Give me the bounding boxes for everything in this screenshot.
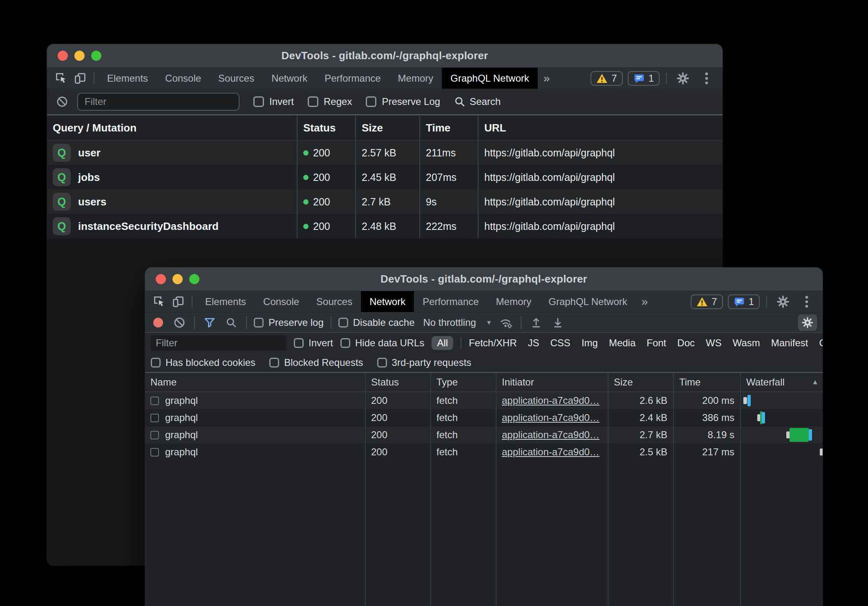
tab-elements[interactable]: Elements (98, 68, 157, 89)
tab-performance[interactable]: Performance (414, 291, 487, 312)
type-filter-font[interactable]: Font (647, 337, 666, 349)
import-har-icon[interactable] (528, 317, 544, 328)
minimize-window-button[interactable] (74, 51, 85, 61)
column-header-type[interactable]: Type (431, 373, 497, 392)
device-toolbar-icon[interactable] (71, 68, 89, 89)
regex-checkbox[interactable] (308, 96, 318, 107)
row-checkbox[interactable] (150, 414, 159, 422)
table-row[interactable]: QinstanceSecurityDashboard 200 2.48 kB 2… (47, 214, 723, 238)
hide-data-urls-checkbox-group[interactable]: Hide data URLs (340, 337, 424, 349)
table-row[interactable]: graphql 200 fetch application-a7ca9d0… 2… (145, 392, 823, 409)
has-blocked-cookies-checkbox-group[interactable]: Has blocked cookies (151, 357, 255, 368)
preserve-log-checkbox-group[interactable]: Preserve log (254, 317, 324, 328)
preserve-log-checkbox[interactable] (254, 318, 264, 328)
network-settings-button[interactable] (798, 314, 817, 331)
column-header-name[interactable]: Name (145, 373, 366, 392)
table-row[interactable]: Qusers 200 2.7 kB 9s https://gitlab.com/… (47, 189, 723, 214)
column-header-initiator[interactable]: Initiator (497, 373, 608, 392)
export-har-icon[interactable] (550, 317, 566, 328)
preserve-log-checkbox-group[interactable]: Preserve Log (366, 96, 440, 107)
device-toolbar-icon[interactable] (169, 291, 188, 312)
initiator-link[interactable]: application-a7ca9d0… (502, 395, 600, 406)
close-window-button[interactable] (156, 274, 166, 284)
third-party-requests-checkbox-group[interactable]: 3rd-party requests (377, 357, 472, 368)
invert-checkbox-group[interactable]: Invert (294, 337, 333, 349)
minimize-window-button[interactable] (172, 274, 183, 284)
table-row[interactable]: graphql 200 fetch application-a7ca9d0… 2… (145, 409, 823, 426)
tab-memory[interactable]: Memory (389, 68, 442, 89)
disable-cache-checkbox[interactable] (338, 318, 348, 328)
record-network-log-button[interactable] (153, 318, 163, 328)
warnings-badge[interactable]: 7 (691, 294, 723, 309)
has-blocked-cookies-checkbox[interactable] (151, 358, 161, 368)
clear-network-log-icon[interactable] (172, 316, 187, 329)
type-filter-img[interactable]: Img (582, 337, 598, 349)
type-filter-js[interactable]: JS (528, 337, 539, 349)
column-header-url[interactable]: URL (479, 116, 723, 140)
window-titlebar[interactable]: DevTools - gitlab.com/-/graphql-explorer (145, 267, 823, 291)
type-filter-css[interactable]: CSS (550, 337, 570, 349)
invert-checkbox-group[interactable]: Invert (253, 96, 294, 107)
type-filter-fetch-xhr[interactable]: Fetch/XHR (469, 337, 517, 349)
settings-gear-icon[interactable] (673, 72, 692, 85)
preserve-log-checkbox[interactable] (366, 96, 376, 107)
tab-sources[interactable]: Sources (308, 291, 361, 312)
tab-elements[interactable]: Elements (197, 291, 255, 312)
search-button[interactable]: Search (454, 96, 501, 107)
type-filter-all[interactable]: All (432, 336, 453, 350)
kebab-menu-icon[interactable] (697, 72, 716, 85)
warnings-badge[interactable]: 7 (591, 71, 622, 86)
throttling-dropdown[interactable]: No throttling ▼ (423, 317, 492, 328)
column-header-status[interactable]: Status (366, 373, 431, 392)
hide-data-urls-checkbox[interactable] (340, 338, 350, 348)
invert-checkbox[interactable] (294, 338, 304, 348)
tab-memory[interactable]: Memory (488, 291, 540, 312)
tab-graphql-network[interactable]: GraphQL Network (442, 68, 538, 89)
third-party-requests-checkbox[interactable] (377, 358, 387, 368)
table-row[interactable]: graphql 200 fetch application-a7ca9d0… 2… (145, 426, 823, 443)
row-checkbox[interactable] (150, 431, 159, 439)
table-row[interactable]: graphql 200 fetch application-a7ca9d0… 2… (145, 443, 823, 461)
type-filter-ws[interactable]: WS (706, 337, 722, 349)
close-window-button[interactable] (58, 51, 68, 61)
network-filter-input[interactable] (151, 335, 286, 351)
column-header-status[interactable]: Status (298, 116, 356, 140)
type-filter-media[interactable]: Media (609, 337, 635, 349)
clear-requests-icon[interactable] (55, 96, 69, 108)
tab-performance[interactable]: Performance (316, 68, 389, 89)
tab-network[interactable]: Network (361, 291, 414, 312)
issues-badge[interactable]: 1 (628, 71, 660, 86)
initiator-link[interactable]: application-a7ca9d0… (502, 412, 600, 423)
tab-sources[interactable]: Sources (210, 68, 263, 89)
inspect-element-icon[interactable] (52, 68, 71, 89)
blocked-requests-checkbox-group[interactable]: Blocked Requests (269, 357, 363, 368)
type-filter-manifest[interactable]: Manifest (771, 337, 808, 349)
tab-graphql-network[interactable]: GraphQL Network (540, 291, 636, 312)
initiator-link[interactable]: application-a7ca9d0… (502, 446, 600, 458)
more-tabs-icon[interactable]: » (636, 291, 654, 312)
type-filter-wasm[interactable]: Wasm (733, 337, 760, 349)
type-filter-other[interactable]: Other (819, 337, 823, 349)
graphql-filter-input[interactable] (77, 93, 239, 111)
zoom-window-button[interactable] (91, 51, 101, 61)
column-header-time[interactable]: Time (420, 116, 479, 140)
zoom-window-button[interactable] (189, 274, 199, 284)
column-header-time[interactable]: Time (674, 373, 741, 392)
settings-gear-icon[interactable] (774, 295, 792, 308)
kebab-menu-icon[interactable] (797, 295, 816, 308)
search-icon[interactable] (224, 317, 239, 328)
type-filter-doc[interactable]: Doc (677, 337, 695, 349)
invert-checkbox[interactable] (253, 96, 264, 107)
column-header-waterfall[interactable]: Waterfall ▲ (741, 373, 823, 392)
column-header-query-mutation[interactable]: Query / Mutation (47, 116, 298, 140)
table-row[interactable]: Quser 200 2.57 kB 211ms https://gitlab.c… (47, 140, 723, 165)
table-row[interactable]: Qjobs 200 2.45 kB 207ms https://gitlab.c… (47, 165, 723, 189)
issues-badge[interactable]: 1 (728, 294, 760, 309)
window-titlebar[interactable]: DevTools - gitlab.com/-/graphql-explorer (47, 44, 723, 68)
tab-console[interactable]: Console (255, 291, 308, 312)
initiator-link[interactable]: application-a7ca9d0… (502, 429, 600, 441)
network-conditions-icon[interactable] (498, 316, 514, 329)
tab-network[interactable]: Network (263, 68, 316, 89)
disable-cache-checkbox-group[interactable]: Disable cache (338, 317, 415, 328)
tab-console[interactable]: Console (157, 68, 210, 89)
